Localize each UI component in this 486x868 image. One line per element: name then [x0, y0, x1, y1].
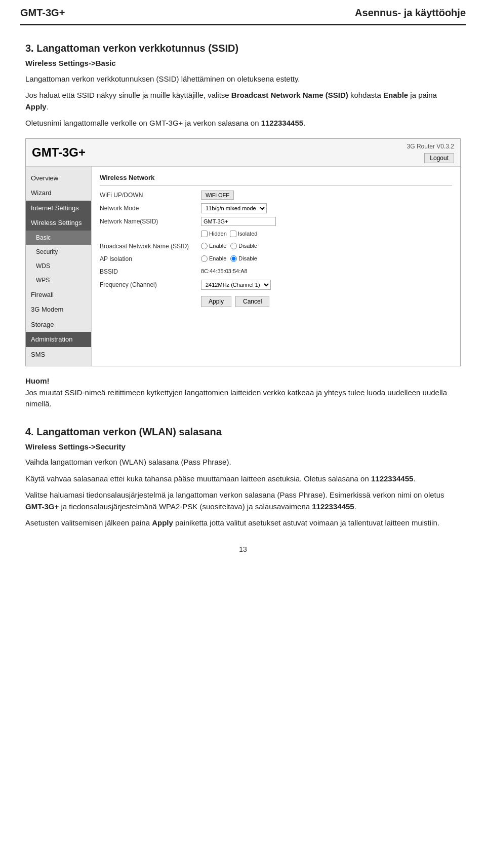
apply-button[interactable]: Apply	[201, 296, 231, 307]
section4-para2: Käytä vahvaa salasanaa ettei kuka tahans…	[25, 473, 461, 485]
form-buttons: Apply Cancel	[100, 296, 452, 307]
section4-title: 4. Langattoman verkon (WLAN) salasana	[25, 424, 461, 439]
form-row-ap-isolation: AP Isolation Enable Disable	[100, 254, 452, 263]
notice-huom: Huom!	[25, 376, 50, 385]
router-topbar: GMT-3G+ 3G Router V0.3.2 Logout	[26, 139, 460, 167]
form-row-broadcast: Broadcast Network Name (SSID) Enable Dis…	[100, 242, 452, 251]
hidden-checkbox-label[interactable]: Hidden	[201, 230, 227, 238]
sidebar-item-wizard[interactable]: Wizard	[26, 185, 91, 201]
sidebar-item-internet[interactable]: Internet Settings	[26, 201, 91, 216]
hidden-checkbox[interactable]	[201, 231, 208, 237]
bssid-value: 8C:44:35:03:54:A8	[201, 267, 248, 276]
header-title-left: GMT-3G+	[20, 5, 65, 20]
form-label-frequency: Frequency (Channel)	[100, 280, 201, 289]
broadcast-disable-label[interactable]: Disable	[230, 242, 257, 250]
sidebar-item-overview[interactable]: Overview	[26, 171, 91, 186]
form-label-ap-isolation: AP Isolation	[100, 254, 201, 263]
form-value-ssid	[201, 217, 276, 226]
router-logo: GMT-3G+	[32, 143, 86, 162]
router-version: 3G Router V0.3.2	[407, 142, 454, 151]
sidebar-item-administration[interactable]: Administration	[26, 332, 91, 347]
section3-title: 3. Langattoman verkon verkkotunnus (SSID…	[25, 41, 461, 56]
section4-para2-prefix: Käytä vahvaa salasanaa ettei kuka tahans…	[25, 474, 371, 483]
page-header: GMT-3G+ Asennus- ja käyttöohje	[20, 0, 466, 25]
section4-para1: Vaihda langattoman verkon (WLAN) salasan…	[25, 457, 461, 468]
form-value-bssid: 8C:44:35:03:54:A8	[201, 267, 248, 276]
section4-para3-end: .	[354, 502, 356, 511]
section3-para2: Jos haluat että SSID näkyy sinulle ja mu…	[25, 90, 461, 112]
wifi-off-button[interactable]: WiFi OFF	[201, 191, 234, 200]
section4-para4-prefix: Asetusten valitsemisen jälkeen paina	[25, 518, 152, 527]
form-label-ssid: Network Name(SSID)	[100, 217, 201, 226]
section4: 4. Langattoman verkon (WLAN) salasana Wi…	[25, 424, 461, 529]
form-value-frequency: 2412MHz (Channel 1)	[201, 280, 271, 290]
sidebar-item-wireless[interactable]: Wireless Settings	[26, 215, 91, 231]
form-value-hidden: Hidden Isolated	[201, 230, 257, 238]
sidebar-item-wds[interactable]: WDS	[26, 259, 91, 273]
section3: 3. Langattoman verkon verkkotunnus (SSID…	[25, 41, 461, 129]
form-label-netmode: Network Mode	[100, 204, 201, 213]
form-row-wifi: WiFi UP/DOWN WiFi OFF	[100, 191, 452, 200]
form-label-wifi: WiFi UP/DOWN	[100, 191, 201, 200]
sidebar-item-sms[interactable]: SMS	[26, 347, 91, 362]
section3-para3-prefix: Oletusnimi langattomalle verkolle on GMT…	[25, 119, 261, 127]
section3-subtitle: Wireless Settings->Basic	[25, 58, 461, 69]
sidebar-item-security[interactable]: Security	[26, 245, 91, 259]
section4-para3-prefix: Valitse haluamasi tiedonsalausjärjestelm…	[25, 490, 444, 499]
sidebar-item-wps[interactable]: WPS	[26, 273, 91, 287]
section3-para3-end: .	[303, 119, 305, 127]
ssid-input[interactable]	[201, 217, 276, 226]
section4-para3-bold2: 1122334455	[312, 502, 354, 511]
ap-disable-radio[interactable]	[230, 255, 237, 262]
sidebar-item-firewall[interactable]: Firewall	[26, 287, 91, 303]
form-label-bssid: BSSID	[100, 267, 201, 276]
section4-para2-bold: 1122334455	[371, 474, 413, 483]
section4-subtitle: Wireless Settings->Security	[25, 441, 461, 453]
broadcast-enable-label[interactable]: Enable	[201, 242, 226, 250]
section3-para2-bold2: Enable	[383, 91, 408, 99]
section3-para2-mid: kohdasta	[348, 91, 383, 99]
form-row-ssid: Network Name(SSID)	[100, 217, 452, 226]
section4-para2-end: .	[413, 474, 415, 483]
form-value-netmode: 11b/g/n mixed mode	[201, 203, 267, 213]
isolated-checkbox[interactable]	[230, 231, 236, 237]
form-row-frequency: Frequency (Channel) 2412MHz (Channel 1)	[100, 280, 452, 290]
section4-para3: Valitse haluamasi tiedonsalausjärjestelm…	[25, 489, 461, 512]
section4-para3-bold1: GMT-3G+	[25, 502, 59, 511]
broadcast-disable-radio[interactable]	[230, 243, 237, 249]
ap-disable-label[interactable]: Disable	[230, 254, 257, 263]
section3-para3-bold: 1122334455	[261, 119, 303, 127]
section3-para2-suffix: ja paina	[408, 91, 437, 99]
section3-para2-bold1: Broadcast Network Name (SSID)	[231, 91, 348, 99]
form-row-hidden: Hidden Isolated	[100, 230, 452, 238]
form-row-bssid: BSSID 8C:44:35:03:54:A8	[100, 267, 452, 276]
router-body: Overview Wizard Internet Settings Wirele…	[26, 167, 460, 366]
router-top-right: 3G Router V0.3.2 Logout	[407, 142, 454, 163]
section4-para4-bold: Apply	[152, 518, 173, 527]
isolated-checkbox-label[interactable]: Isolated	[230, 230, 258, 238]
sidebar-item-basic[interactable]: Basic	[26, 231, 91, 245]
ap-enable-radio[interactable]	[201, 255, 208, 262]
router-main-panel: Wireless Network WiFi UP/DOWN WiFi OFF N…	[92, 167, 460, 366]
section3-para2-end: .	[47, 102, 49, 111]
page: GMT-3G+ Asennus- ja käyttöohje 3. Langat…	[0, 0, 486, 868]
broadcast-enable-radio[interactable]	[201, 243, 208, 249]
cancel-button[interactable]: Cancel	[235, 296, 269, 307]
header-title-right: Asennus- ja käyttöohje	[355, 5, 466, 20]
form-value-broadcast: Enable Disable	[201, 242, 257, 250]
notice-text: Jos muutat SSID-nimeä reitittimeen kytke…	[25, 387, 461, 410]
section3-para3: Oletusnimi langattomalle verkolle on GMT…	[25, 118, 461, 129]
network-mode-select[interactable]: 11b/g/n mixed mode	[201, 203, 267, 213]
logout-button[interactable]: Logout	[424, 153, 454, 163]
frequency-select[interactable]: 2412MHz (Channel 1)	[201, 280, 271, 290]
router-sidebar: Overview Wizard Internet Settings Wirele…	[26, 167, 92, 366]
sidebar-item-storage[interactable]: Storage	[26, 317, 91, 332]
section3-para2-bold3: Apply	[25, 102, 47, 111]
section3-para2-prefix: Jos haluat että SSID näkyy sinulle ja mu…	[25, 91, 231, 99]
sidebar-item-3gmodem[interactable]: 3G Modem	[26, 302, 91, 317]
section4-para4: Asetusten valitsemisen jälkeen paina App…	[25, 517, 461, 529]
router-ui-screenshot: GMT-3G+ 3G Router V0.3.2 Logout Overview…	[25, 138, 461, 367]
ap-enable-label[interactable]: Enable	[201, 254, 226, 263]
panel-title: Wireless Network	[100, 173, 452, 186]
form-row-netmode: Network Mode 11b/g/n mixed mode	[100, 203, 452, 213]
